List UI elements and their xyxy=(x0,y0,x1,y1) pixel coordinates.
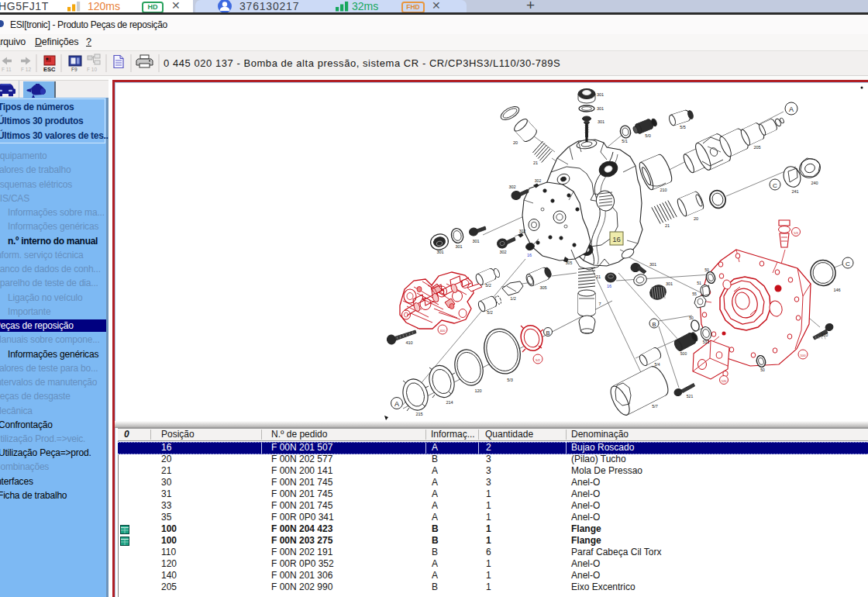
svg-text:100: 100 xyxy=(801,354,807,357)
svg-text:520: 520 xyxy=(722,379,727,383)
svg-text:214: 214 xyxy=(446,400,453,405)
svg-text:50: 50 xyxy=(704,267,709,272)
svg-text:410: 410 xyxy=(405,340,412,345)
svg-text:16: 16 xyxy=(612,235,621,243)
svg-text:5/4: 5/4 xyxy=(655,362,660,367)
svg-text:51: 51 xyxy=(697,281,701,285)
svg-text:210: 210 xyxy=(660,188,666,192)
svg-text:302: 302 xyxy=(519,229,526,233)
svg-text:205: 205 xyxy=(753,145,760,150)
svg-text:55: 55 xyxy=(692,292,697,296)
svg-text:16: 16 xyxy=(607,284,611,288)
svg-text:5/0: 5/0 xyxy=(645,133,651,138)
svg-text:A: A xyxy=(789,105,794,113)
svg-text:C: C xyxy=(773,182,777,189)
svg-text:301: 301 xyxy=(597,106,604,111)
svg-text:5/2: 5/2 xyxy=(487,310,493,315)
svg-text:240: 240 xyxy=(811,181,818,185)
svg-text:301: 301 xyxy=(597,92,604,97)
svg-text:5/2: 5/2 xyxy=(536,358,540,362)
svg-text:20: 20 xyxy=(513,140,518,145)
svg-text:16: 16 xyxy=(527,253,532,257)
svg-text:241: 241 xyxy=(791,189,798,194)
svg-text:F 12: F 12 xyxy=(21,67,31,72)
svg-text:F 10: F 10 xyxy=(87,67,97,72)
svg-text:C: C xyxy=(846,261,850,267)
svg-text:110: 110 xyxy=(822,333,828,337)
svg-text:B: B xyxy=(652,321,656,328)
svg-text:301: 301 xyxy=(472,239,479,243)
svg-text:215: 215 xyxy=(415,412,422,416)
svg-text:50: 50 xyxy=(760,368,765,372)
svg-text:302: 302 xyxy=(499,250,506,254)
svg-text:5/7: 5/7 xyxy=(652,404,658,409)
svg-text:21: 21 xyxy=(665,223,670,228)
svg-text:B: B xyxy=(546,330,549,336)
svg-text:305: 305 xyxy=(566,261,573,265)
svg-text:302: 302 xyxy=(535,178,542,183)
svg-text:F 11: F 11 xyxy=(2,67,12,72)
svg-text:500: 500 xyxy=(680,351,687,356)
svg-text:5/1: 5/1 xyxy=(622,139,628,143)
svg-text:146: 146 xyxy=(833,288,840,292)
svg-text:302: 302 xyxy=(508,185,515,189)
svg-text:F9: F9 xyxy=(71,67,78,72)
svg-text:301: 301 xyxy=(598,119,604,124)
svg-text:1/2: 1/2 xyxy=(510,296,516,301)
svg-text:7: 7 xyxy=(598,302,601,306)
svg-text:301: 301 xyxy=(455,244,462,249)
svg-text:521: 521 xyxy=(687,394,694,399)
svg-text:50: 50 xyxy=(689,316,694,320)
svg-text:21: 21 xyxy=(596,274,601,279)
svg-text:120: 120 xyxy=(474,388,481,393)
svg-text:531: 531 xyxy=(703,340,710,344)
svg-text:ESC: ESC xyxy=(43,66,56,73)
svg-text:A: A xyxy=(394,400,399,408)
svg-text:301: 301 xyxy=(649,262,656,267)
svg-text:20: 20 xyxy=(694,216,698,221)
svg-text:5/5: 5/5 xyxy=(680,125,686,129)
svg-text:301: 301 xyxy=(666,281,673,286)
svg-text:305: 305 xyxy=(539,285,546,290)
svg-text:5/3: 5/3 xyxy=(507,378,513,382)
svg-text:301: 301 xyxy=(436,250,443,254)
svg-text:21: 21 xyxy=(533,160,538,165)
svg-text:400: 400 xyxy=(440,329,446,333)
svg-text:5/3: 5/3 xyxy=(794,231,798,235)
svg-text:5/2: 5/2 xyxy=(485,283,491,288)
